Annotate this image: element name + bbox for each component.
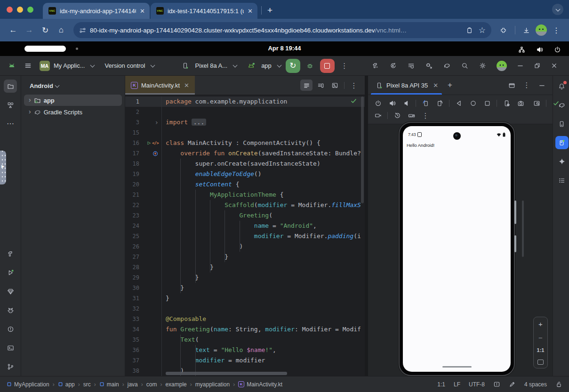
gutter[interactable]	[141, 169, 162, 179]
restore-icon[interactable]	[531, 60, 544, 72]
url-text[interactable]: 80-idx-my-android-app-1744140290428.clus…	[90, 27, 407, 34]
screenshot-icon[interactable]	[514, 97, 527, 109]
gutter[interactable]	[141, 96, 162, 107]
notifications-icon[interactable]	[555, 80, 569, 93]
minimize-icon[interactable]	[514, 60, 527, 72]
gutter[interactable]	[141, 179, 162, 190]
input-icon[interactable]	[405, 110, 417, 121]
code-line[interactable]: 15	[125, 128, 365, 138]
breadcrumb-item[interactable]: MyApplication	[7, 381, 49, 388]
gutter[interactable]	[141, 283, 162, 293]
volume-down-icon[interactable]	[400, 97, 412, 109]
panel-menu-icon[interactable]: ⋮	[521, 80, 533, 91]
breadcrumb-item[interactable]: main	[99, 381, 119, 388]
profile-avatar[interactable]	[534, 23, 548, 37]
network-icon[interactable]	[515, 44, 528, 55]
code-line[interactable]: 28 }	[125, 262, 365, 272]
notifications-badge[interactable]	[555, 80, 569, 93]
hide-panel-icon[interactable]	[536, 80, 548, 91]
nav-back-icon[interactable]	[453, 97, 465, 109]
breadcrumb-item[interactable]: app	[58, 381, 75, 388]
expand-chevron-icon[interactable]: ›	[29, 96, 31, 104]
view-split-icon[interactable]	[314, 80, 327, 91]
run-more-icon[interactable]: ⋮	[338, 60, 351, 72]
write-access-lock-icon[interactable]	[555, 381, 562, 388]
highlight-level-icon[interactable]	[493, 381, 500, 388]
tab-close-icon[interactable]: ✕	[140, 8, 145, 15]
app-insights-icon[interactable]	[4, 285, 17, 298]
project-view-selector[interactable]: Android	[21, 80, 125, 94]
gutter[interactable]	[141, 231, 162, 241]
tab-close-icon[interactable]: ✕	[248, 8, 253, 15]
reload-icon[interactable]: ↻	[38, 23, 53, 38]
breadcrumb-item[interactable]: java	[128, 381, 138, 388]
code-line[interactable]: 21 MyApplicationTheme {	[125, 190, 365, 200]
gutter[interactable]	[141, 345, 162, 355]
tab-close-icon[interactable]: ✕	[184, 82, 189, 89]
gutter[interactable]	[141, 335, 162, 345]
power-icon[interactable]	[551, 44, 563, 55]
gutter[interactable]	[141, 272, 162, 283]
code-line[interactable]: 31}	[125, 293, 365, 304]
code-line[interactable]: 22 Scaffold(modifier = Modifier.fillMaxS	[125, 200, 365, 210]
nav-overview-icon[interactable]	[481, 97, 493, 109]
gutter[interactable]	[141, 200, 162, 210]
vcs-widget[interactable]: Version control	[104, 62, 154, 69]
line-separator[interactable]: LF	[454, 381, 460, 388]
gutter[interactable]	[141, 107, 162, 117]
gesture-bar[interactable]	[442, 366, 472, 368]
file-encoding[interactable]: UTF-8	[469, 381, 485, 388]
settings-icon[interactable]	[477, 60, 489, 72]
code-line[interactable]: 19 enableEdgeToEdge()	[125, 169, 365, 179]
record-icon[interactable]	[372, 110, 384, 121]
gutter[interactable]	[141, 314, 162, 324]
volume-icon[interactable]	[533, 44, 545, 55]
zoom-fit-button[interactable]	[537, 360, 544, 365]
gutter[interactable]	[141, 304, 162, 314]
snapshots-icon[interactable]	[391, 110, 403, 121]
kebab-icon[interactable]: ⋮	[419, 110, 432, 121]
code-line[interactable]: 34fun Greeting(name: String, modifier: M…	[125, 324, 365, 335]
browser-menu-icon[interactable]: ⋮	[549, 23, 563, 37]
gutter[interactable]	[141, 221, 162, 231]
code-line[interactable]: 20 setContent {	[125, 179, 365, 190]
device-manager-icon[interactable]	[555, 117, 569, 130]
gutter[interactable]	[141, 324, 162, 335]
device-settings-icon[interactable]	[500, 97, 513, 109]
breadcrumb-item[interactable]: example	[165, 381, 186, 388]
gutter[interactable]	[141, 241, 162, 252]
site-settings-icon[interactable]	[79, 27, 86, 34]
caret-position[interactable]: 1:1	[437, 381, 445, 388]
browser-tab-active[interactable]: VNC idx-my-android-app-1744140 ✕	[43, 3, 150, 19]
home-icon[interactable]: ⌂	[54, 23, 69, 38]
code-line[interactable]: 23 Greeting(	[125, 210, 365, 221]
code-line[interactable]: 17 override fun onCreate(savedInstanceSt…	[125, 148, 365, 159]
attach-debugger-icon[interactable]	[423, 60, 435, 72]
override-icon[interactable]	[152, 150, 159, 157]
main-menu-icon[interactable]	[22, 60, 34, 72]
device-screen[interactable]: 7:43 Hello Android!	[403, 126, 511, 372]
panel-scrollbar[interactable]	[522, 200, 524, 257]
horizontal-scrollbar[interactable]	[166, 372, 287, 375]
close-traffic-light[interactable]	[7, 7, 13, 13]
gutter[interactable]	[141, 128, 162, 138]
running-devices-icon[interactable]	[555, 136, 569, 149]
device-selector[interactable]: Pixel 8a A...	[179, 60, 237, 72]
run-class-icon[interactable]: ▷	[148, 138, 151, 148]
close-icon[interactable]	[548, 60, 561, 72]
zoom-traffic-light[interactable]	[27, 7, 33, 13]
stop-button[interactable]	[320, 59, 335, 73]
gutter[interactable]	[141, 355, 162, 366]
project-tree-item-app[interactable]: › app	[24, 95, 122, 106]
zoom-in-button[interactable]: +	[538, 320, 543, 328]
resource-manager-icon[interactable]	[4, 98, 17, 112]
forward-icon[interactable]: →	[22, 23, 37, 38]
back-icon[interactable]: ←	[6, 23, 21, 38]
code-line[interactable]: 32	[125, 304, 365, 314]
nav-home-icon[interactable]	[467, 97, 479, 109]
search-icon[interactable]	[459, 60, 471, 72]
desktop-clock[interactable]: Apr 8 19:44	[0, 45, 569, 52]
fold-arrow-icon[interactable]: ›	[155, 117, 159, 128]
view-design-icon[interactable]	[329, 80, 341, 91]
browser-tab-inactive[interactable]: VNC idx-test-1744140517915:1 (us ✕	[151, 3, 257, 19]
